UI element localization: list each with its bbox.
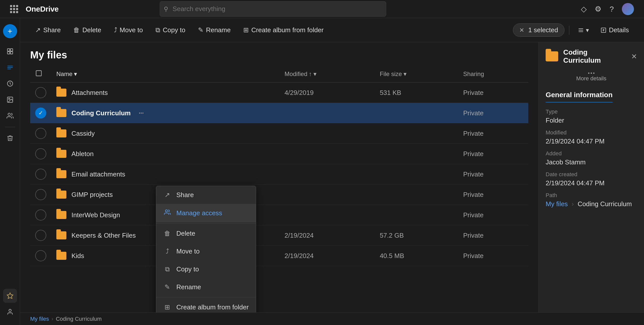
file-name-text: Kids — [71, 252, 84, 260]
panel-content: General information Type Folder Modified… — [539, 86, 644, 312]
avatar[interactable] — [622, 3, 634, 15]
col-name[interactable]: Name ▾ — [51, 66, 279, 83]
row-checkbox-cell — [30, 205, 51, 225]
app-grid-icon[interactable] — [10, 5, 18, 13]
table-row[interactable]: Cassidy Private — [30, 123, 528, 144]
delete-icon: 🗑 — [73, 26, 80, 34]
right-panel: Coding Curriculum ✕ More details General… — [538, 42, 644, 312]
row-name-cell: Cassidy — [51, 123, 279, 144]
panel-added-value: Jacob Stamm — [546, 158, 637, 166]
panel-more-details[interactable]: More details — [539, 70, 644, 86]
panel-type-value: Folder — [546, 117, 637, 124]
copy-to-button[interactable]: ⧉ Copy to — [150, 23, 190, 37]
folder-icon — [56, 252, 66, 260]
table-row[interactable]: InterWeb Design Private — [30, 205, 528, 225]
row-checkbox[interactable] — [35, 87, 46, 98]
panel-modified-row: Modified 2/19/2024 04:47 PM — [546, 129, 637, 145]
context-menu-share[interactable]: ↗ Share — [156, 186, 256, 204]
row-name-cell: Email attachments — [51, 164, 279, 185]
sidebar-item-recent[interactable] — [3, 77, 17, 91]
row-checkbox[interactable] — [35, 148, 46, 159]
sidebar-item-photos[interactable] — [3, 93, 17, 107]
table-row[interactable]: Attachments 4/29/2019 531 KB Private — [30, 83, 528, 103]
panel-path-value: My files › Coding Curriculum — [546, 200, 637, 208]
breadcrumb-myfiles[interactable]: My files — [30, 316, 49, 322]
sidebar-item-account[interactable] — [3, 305, 17, 319]
file-name: Email attachments — [56, 170, 274, 178]
row-modified-cell — [279, 144, 375, 164]
add-button[interactable]: + — [3, 24, 17, 38]
divider — [569, 26, 569, 35]
table-row[interactable]: ✓ Coding Curriculum ··· Private — [30, 103, 528, 123]
deselect-button[interactable]: ✕ — [519, 27, 524, 34]
sort-asc-icon: ↑ — [309, 70, 312, 78]
view-toggle[interactable]: ▾ — [574, 27, 593, 34]
row-checkbox[interactable]: ✓ — [35, 107, 46, 119]
bottom-breadcrumb: My files › Coding Curriculum — [30, 316, 102, 322]
help-icon[interactable]: ? — [610, 5, 614, 13]
sidebar-item-shared[interactable] — [3, 109, 17, 123]
settings-icon[interactable]: ⚙ — [595, 5, 601, 13]
share-button[interactable]: ↗ Share — [30, 23, 66, 37]
row-checkbox[interactable] — [35, 169, 46, 180]
svg-rect-3 — [10, 52, 13, 54]
row-checkbox[interactable] — [35, 230, 46, 241]
context-menu-create-album[interactable]: ⊞ Create album from folder — [156, 298, 256, 312]
rename-button[interactable]: ✎ Rename — [193, 23, 236, 37]
panel-close-button[interactable]: ✕ — [631, 52, 637, 61]
path-link-myfiles[interactable]: My files — [546, 200, 568, 208]
album-icon: ⊞ — [243, 26, 249, 34]
table-row[interactable]: Kids 2/19/2024 40.5 MB Private — [30, 246, 528, 266]
diamond-icon[interactable]: ◇ — [581, 5, 587, 13]
row-modified-cell: 2/19/2024 — [279, 246, 375, 266]
row-checkbox[interactable] — [35, 209, 46, 221]
row-modified-cell: 4/29/2019 — [279, 83, 375, 103]
create-album-button[interactable]: ⊞ Create album from folder — [238, 23, 329, 37]
row-checkbox[interactable] — [35, 250, 46, 261]
context-share-icon: ↗ — [163, 191, 171, 199]
row-name-cell: Attachments — [51, 83, 279, 103]
sort-chevron: ▾ — [74, 70, 77, 78]
col-modified[interactable]: Modified ↑ ▾ — [279, 66, 375, 83]
table-row[interactable]: GIMP projects Private — [30, 185, 528, 205]
sidebar-item-files[interactable] — [3, 60, 17, 75]
row-checkbox[interactable] — [35, 189, 46, 200]
premium-gem[interactable] — [3, 289, 17, 303]
table-row[interactable]: Email attachments Private — [30, 164, 528, 185]
name-sort[interactable]: Name ▾ — [56, 70, 77, 78]
move-to-button[interactable]: ⤴ Move to — [109, 23, 148, 37]
details-button[interactable]: Details — [595, 24, 634, 37]
delete-button[interactable]: 🗑 Delete — [68, 23, 106, 37]
main-layout: + — [0, 18, 644, 325]
context-rename-icon: ✎ — [163, 283, 171, 291]
context-menu-manage-access[interactable]: Manage access — [156, 204, 256, 222]
context-menu-rename[interactable]: ✎ Rename — [156, 278, 256, 296]
svg-rect-17 — [36, 71, 42, 76]
table-row[interactable]: Ableton Private — [30, 144, 528, 164]
row-size-cell — [375, 144, 458, 164]
context-menu-move[interactable]: ⤴ Move to — [156, 242, 256, 260]
col-filesize[interactable]: File size ▾ — [375, 66, 458, 83]
filesize-sort[interactable]: File size ▾ — [380, 70, 407, 78]
row-modified-cell — [279, 164, 375, 185]
row-checkbox-cell — [30, 225, 51, 246]
context-menu-delete[interactable]: 🗑 Delete — [156, 225, 256, 242]
panel-type-label: Type — [546, 109, 637, 115]
modified-sort[interactable]: Modified ↑ ▾ — [285, 70, 316, 78]
file-name-text: Attachments — [71, 89, 108, 97]
row-sharing-cell: Private — [458, 225, 528, 246]
context-menu-copy[interactable]: ⧉ Copy to — [156, 260, 256, 278]
file-name-text: Ableton — [71, 150, 94, 158]
sidebar-item-home[interactable] — [3, 44, 17, 58]
sidebar-item-recycle[interactable] — [3, 131, 17, 145]
more-options-button[interactable]: ··· — [136, 109, 147, 118]
filesize-chevron: ▾ — [404, 70, 407, 78]
panel-type-row: Type Folder — [546, 109, 637, 124]
move-icon: ⤴ — [114, 26, 117, 34]
row-name-cell: Ableton — [51, 144, 279, 164]
table-row[interactable]: Keepers & Other Files 2/19/2024 57.2 GB … — [30, 225, 528, 246]
search-input[interactable] — [160, 1, 386, 17]
row-sharing-cell: Private — [458, 123, 528, 144]
file-name-text: Cassidy — [71, 130, 95, 137]
row-checkbox[interactable] — [35, 128, 46, 139]
